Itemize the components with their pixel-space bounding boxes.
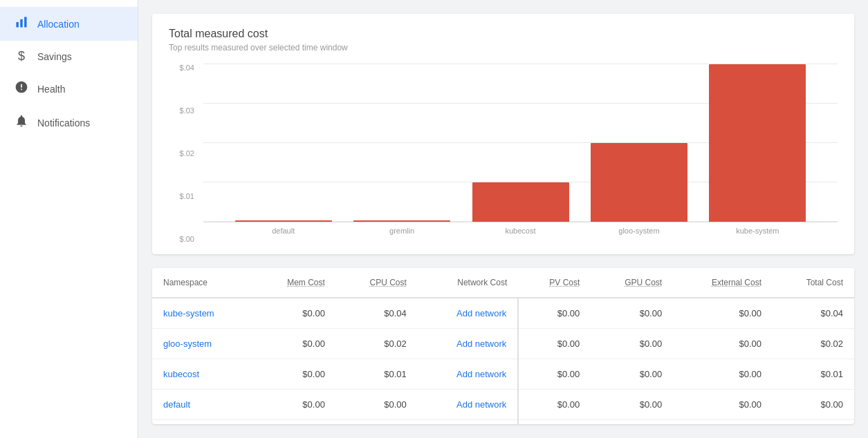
cell-namespace-gremlin: gremlin — [152, 420, 253, 425]
cell-mem-gloo-system: $0.00 — [253, 329, 336, 359]
x-label-kube-system: kube-system — [699, 227, 817, 235]
bar-group-kubecost — [461, 182, 580, 222]
y-axis: $.04 $.03 $.02 $.01 $.00 — [169, 64, 200, 243]
cell-external-cost-gloo-system: $0.00 — [673, 329, 773, 359]
bar-kube-system — [709, 64, 806, 222]
cell-namespace-kube-system: kube-system — [152, 298, 253, 329]
sidebar-item-savings-label: Savings — [37, 51, 72, 62]
cell-pv-cost-default: $0.00 — [518, 390, 591, 420]
sidebar-item-notifications[interactable]: Notifications — [0, 106, 138, 140]
y-label-3: $.01 — [169, 192, 200, 200]
add-network-link-gloo-system[interactable]: Add network — [456, 339, 506, 349]
x-labels: default gremlin kubecost gloo-system kub… — [203, 222, 838, 235]
warning-icon — [14, 80, 29, 97]
bar-default — [235, 220, 332, 222]
cell-mem-kubecost: $0.00 — [253, 359, 336, 390]
x-label-default: default — [224, 227, 342, 235]
cell-external-cost-kube-system: $0.00 — [673, 298, 773, 329]
link-namespace-gloo-system[interactable]: gloo-system — [163, 339, 212, 349]
link-namespace-kube-system[interactable]: kube-system — [163, 308, 214, 318]
add-network-link-kubecost[interactable]: Add network — [456, 369, 506, 379]
cell-external-cost-gremlin: $0.00 — [673, 420, 773, 425]
cell-network-kubecost: Add network — [418, 359, 518, 390]
cell-namespace-gloo-system: gloo-system — [152, 329, 253, 359]
link-namespace-kubecost[interactable]: kubecost — [163, 369, 199, 379]
sidebar-item-allocation-label: Allocation — [37, 19, 80, 30]
x-label-kubecost: kubecost — [461, 227, 580, 235]
bar-kubecost — [472, 182, 569, 222]
cell-namespace-default: default — [152, 390, 253, 420]
x-label-gremlin: gremlin — [342, 227, 461, 235]
cell-pv-cost-kubecost: $0.00 — [518, 359, 591, 390]
table-row: kube-system$0.00$0.04Add network$0.00$0.… — [152, 298, 854, 329]
col-external-cost: External Cost — [673, 268, 773, 298]
col-gpu-cost: GPU Cost — [591, 268, 673, 298]
bar-group-default — [224, 220, 342, 222]
bar-gremlin — [353, 220, 450, 222]
cell-cpu-gremlin: $0.00 — [336, 420, 418, 425]
table-row: kubecost$0.00$0.01Add network$0.00$0.00$… — [152, 359, 854, 390]
y-label-0: $.04 — [169, 64, 200, 72]
sidebar: Allocation $ Savings Health Notification… — [0, 0, 138, 438]
cell-network-default: Add network — [418, 390, 518, 420]
main-content: Total measured cost Top results measured… — [138, 0, 868, 438]
sidebar-item-savings[interactable]: $ Savings — [0, 41, 138, 72]
chart-card: Total measured cost Top results measured… — [152, 14, 854, 254]
cell-network-gremlin: Add network — [418, 420, 518, 425]
add-network-link-default[interactable]: Add network — [456, 399, 506, 410]
chart-subtitle: Top results measured over selected time … — [169, 43, 838, 53]
bars-container — [203, 64, 838, 222]
cell-mem-default: $0.00 — [253, 390, 336, 420]
cell-network-kube-system: Add network — [418, 298, 518, 329]
table-row: gloo-system$0.00$0.02Add network$0.00$0.… — [152, 329, 854, 359]
sidebar-item-allocation[interactable]: Allocation — [0, 7, 138, 41]
cell-gpu-cost-kube-system: $0.00 — [591, 298, 673, 329]
cell-total-cost-kube-system: $0.04 — [773, 298, 854, 329]
add-network-link-kube-system[interactable]: Add network — [456, 308, 506, 318]
cell-total-cost-gloo-system: $0.02 — [773, 329, 854, 359]
bar-group-kube-system — [699, 64, 817, 222]
cell-pv-cost-gremlin: $0.00 — [518, 420, 591, 425]
svg-rect-0 — [17, 22, 19, 28]
dollar-icon: $ — [14, 49, 29, 64]
col-total-cost: Total Cost — [773, 268, 854, 298]
col-cpu-cost: CPU Cost — [336, 268, 418, 298]
cell-external-cost-default: $0.00 — [673, 390, 773, 420]
table-header-row: Namespace Mem Cost CPU Cost Network Cost… — [152, 268, 854, 298]
cost-table: Namespace Mem Cost CPU Cost Network Cost… — [152, 268, 854, 424]
cell-cpu-kube-system: $0.04 — [336, 298, 418, 329]
bar-group-gloo-system — [580, 143, 698, 222]
cell-pv-cost-kube-system: $0.00 — [518, 298, 591, 329]
cell-total-cost-kubecost: $0.01 — [773, 359, 854, 390]
sidebar-item-health[interactable]: Health — [0, 72, 138, 106]
sidebar-item-health-label: Health — [37, 84, 65, 95]
cell-external-cost-kubecost: $0.00 — [673, 359, 773, 390]
x-label-gloo-system: gloo-system — [580, 227, 698, 235]
cell-cpu-kubecost: $0.01 — [336, 359, 418, 390]
cell-mem-gremlin: $0.00 — [253, 420, 336, 425]
col-network-cost: Network Cost — [418, 268, 518, 298]
cell-gpu-cost-gloo-system: $0.00 — [591, 329, 673, 359]
sidebar-item-notifications-label: Notifications — [37, 117, 90, 128]
col-mem-cost: Mem Cost — [253, 268, 336, 298]
y-label-2: $.02 — [169, 149, 200, 158]
cell-mem-kube-system: $0.00 — [253, 298, 336, 329]
cell-network-gloo-system: Add network — [418, 329, 518, 359]
cell-namespace-kubecost: kubecost — [152, 359, 253, 390]
table-row: gremlin$0.00$0.00Add network$0.00$0.00$0… — [152, 420, 854, 425]
y-label-1: $.03 — [169, 106, 200, 115]
cell-gpu-cost-default: $0.00 — [591, 390, 673, 420]
col-namespace: Namespace — [152, 268, 253, 298]
y-label-4: $.00 — [169, 235, 200, 243]
bar-group-gremlin — [342, 220, 461, 222]
bar-chart: $.04 $.03 $.02 $.01 $.00 — [203, 64, 838, 243]
table-row: default$0.00$0.00Add network$0.00$0.00$0… — [152, 390, 854, 420]
cell-cpu-gloo-system: $0.02 — [336, 329, 418, 359]
link-namespace-default[interactable]: default — [163, 399, 190, 410]
chart-area — [203, 64, 838, 222]
cell-pv-cost-gloo-system: $0.00 — [518, 329, 591, 359]
svg-rect-2 — [24, 17, 26, 28]
table-card: Namespace Mem Cost CPU Cost Network Cost… — [152, 268, 854, 424]
cell-gpu-cost-kubecost: $0.00 — [591, 359, 673, 390]
col-pv-cost: PV Cost — [518, 268, 591, 298]
